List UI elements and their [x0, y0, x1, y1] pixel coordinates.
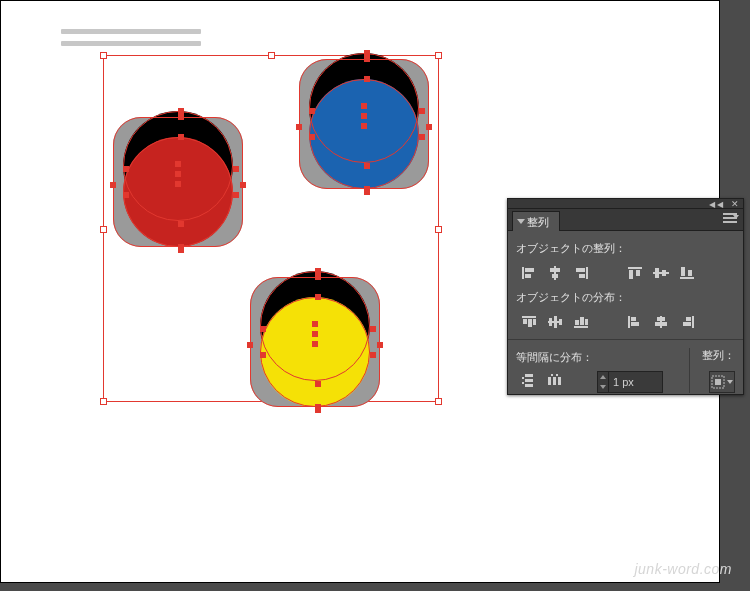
- anchor-point[interactable]: [123, 166, 129, 172]
- sel-handle-br[interactable]: [435, 398, 442, 405]
- anchor-point[interactable]: [315, 294, 321, 300]
- align-right-icon: [572, 265, 590, 281]
- svg-rect-16: [681, 267, 685, 276]
- anchor-point[interactable]: [364, 163, 370, 169]
- space-horizontal-icon: [546, 372, 564, 388]
- dist-vcenter-button[interactable]: [542, 311, 568, 333]
- dist-left-button[interactable]: [622, 311, 648, 333]
- spacing-value-field[interactable]: [609, 371, 663, 393]
- svg-rect-11: [636, 270, 640, 276]
- anchor-point[interactable]: [260, 326, 266, 332]
- obj-blue[interactable]: [299, 59, 429, 189]
- anchor-point[interactable]: [426, 124, 432, 130]
- anchor-point[interactable]: [240, 182, 246, 188]
- anchor-point[interactable]: [309, 108, 315, 114]
- dist-bottom-icon: [572, 314, 590, 330]
- anchor-point[interactable]: [419, 108, 425, 114]
- panel-collapse-icon[interactable]: ◀◀: [709, 200, 725, 209]
- svg-rect-6: [586, 267, 588, 279]
- anchor-point[interactable]: [419, 134, 425, 140]
- anchor-point[interactable]: [315, 268, 321, 274]
- align-top-button[interactable]: [622, 262, 648, 284]
- center-anchor-dots: [175, 161, 181, 191]
- path-outline-color-circle: [123, 137, 233, 247]
- space-vertical-icon: [520, 372, 538, 388]
- align-hcenter-button[interactable]: [542, 262, 568, 284]
- row-align-buttons: [516, 262, 735, 284]
- svg-rect-46: [558, 377, 561, 385]
- dist-bottom-button[interactable]: [568, 311, 594, 333]
- ruler-guide-1: [61, 29, 201, 34]
- row-distribute-buttons: [516, 311, 735, 333]
- svg-rect-34: [657, 317, 665, 321]
- space-vertical-button[interactable]: [516, 369, 542, 391]
- align-bottom-button[interactable]: [674, 262, 700, 284]
- label-align-objects: オブジェクトの整列：: [516, 241, 735, 256]
- align-panel[interactable]: ◀◀ ✕ 整列 オブジェクトの整列： オブジェクトの分布： 等間隔に分布： 整列…: [507, 198, 744, 395]
- svg-rect-8: [579, 274, 585, 278]
- space-horizontal-button[interactable]: [542, 369, 568, 391]
- anchor-point[interactable]: [315, 407, 321, 413]
- sel-handle-ml[interactable]: [100, 226, 107, 233]
- anchor-point[interactable]: [370, 326, 376, 332]
- obj-red[interactable]: [113, 117, 243, 247]
- anchor-point[interactable]: [315, 274, 321, 280]
- align-vcenter-button[interactable]: [648, 262, 674, 284]
- svg-rect-35: [655, 322, 667, 326]
- svg-rect-21: [533, 319, 536, 325]
- sel-handle-tl[interactable]: [100, 52, 107, 59]
- anchor-point[interactable]: [178, 114, 184, 120]
- anchor-point[interactable]: [247, 342, 253, 348]
- panel-titlebar[interactable]: ◀◀ ✕: [508, 199, 743, 209]
- anchor-point[interactable]: [233, 166, 239, 172]
- align-vcenter-icon: [652, 265, 670, 281]
- dist-hcenter-button[interactable]: [648, 311, 674, 333]
- label-distribute-objects: オブジェクトの分布：: [516, 290, 735, 305]
- anchor-point[interactable]: [315, 381, 321, 387]
- anchor-point[interactable]: [364, 189, 370, 195]
- spacing-stepper[interactable]: [597, 371, 609, 393]
- anchor-point[interactable]: [233, 192, 239, 198]
- anchor-point[interactable]: [309, 134, 315, 140]
- anchor-point[interactable]: [110, 182, 116, 188]
- anchor-point[interactable]: [370, 352, 376, 358]
- anchor-point[interactable]: [364, 76, 370, 82]
- align-to-dropdown[interactable]: [709, 371, 735, 393]
- dist-right-button[interactable]: [674, 311, 700, 333]
- anchor-point[interactable]: [364, 56, 370, 62]
- sel-handle-bl[interactable]: [100, 398, 107, 405]
- sel-handle-tc[interactable]: [268, 52, 275, 59]
- svg-rect-25: [559, 319, 562, 325]
- sel-handle-tr[interactable]: [435, 52, 442, 59]
- panel-tab-align[interactable]: 整列: [512, 211, 560, 231]
- panel-flyout-menu-icon[interactable]: [723, 213, 737, 225]
- dist-vcenter-icon: [546, 314, 564, 330]
- svg-rect-37: [686, 317, 691, 321]
- sel-handle-mr[interactable]: [435, 226, 442, 233]
- anchor-point[interactable]: [377, 342, 383, 348]
- align-left-button[interactable]: [516, 262, 542, 284]
- anchor-point[interactable]: [178, 247, 184, 253]
- svg-rect-38: [683, 322, 691, 326]
- anchor-point[interactable]: [260, 352, 266, 358]
- anchor-point[interactable]: [178, 108, 184, 114]
- label-align-to: 整列：: [702, 348, 735, 363]
- svg-rect-48: [556, 374, 558, 376]
- anchor-point[interactable]: [178, 134, 184, 140]
- dist-top-button[interactable]: [516, 311, 542, 333]
- panel-close-icon[interactable]: ✕: [731, 199, 739, 209]
- anchor-point[interactable]: [296, 124, 302, 130]
- svg-rect-20: [528, 319, 532, 327]
- svg-rect-1: [525, 268, 534, 272]
- svg-rect-4: [550, 268, 560, 272]
- svg-rect-29: [585, 319, 588, 325]
- obj-yellow[interactable]: [250, 277, 380, 407]
- svg-rect-45: [553, 377, 556, 385]
- anchor-point[interactable]: [123, 192, 129, 198]
- svg-rect-14: [662, 270, 666, 276]
- align-right-button[interactable]: [568, 262, 594, 284]
- svg-rect-30: [628, 316, 630, 328]
- anchor-point[interactable]: [178, 221, 184, 227]
- anchor-point[interactable]: [364, 50, 370, 56]
- ruler-guide-2: [61, 41, 201, 46]
